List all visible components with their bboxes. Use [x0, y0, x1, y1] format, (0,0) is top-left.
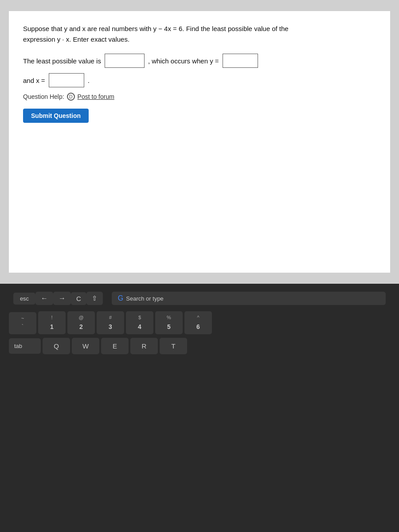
- keyboard-qwerty-row: tab Q W E R T: [4, 338, 395, 354]
- question-help-row: Question Help: D Post to forum: [23, 93, 376, 101]
- key-5-bot: 5: [155, 322, 183, 332]
- keyboard-function-row: esc ← → C ⇧ G Search or type: [4, 292, 395, 305]
- key-r-label: R: [142, 342, 147, 350]
- post-to-forum-link[interactable]: Post to forum: [78, 93, 114, 100]
- key-2-bot: 2: [67, 322, 95, 332]
- key-5[interactable]: % 5: [155, 311, 183, 334]
- key-2[interactable]: @ 2: [67, 311, 95, 334]
- key-refresh[interactable]: C: [71, 292, 86, 305]
- key-esc[interactable]: esc: [13, 293, 35, 305]
- key-2-top: @: [67, 314, 95, 322]
- key-3[interactable]: # 3: [97, 311, 124, 334]
- answer-label-1: The least possible value is: [23, 57, 101, 65]
- key-3-top: #: [97, 314, 124, 322]
- key-t-label: T: [171, 342, 175, 350]
- key-3-bot: 3: [97, 322, 124, 332]
- key-5-top: %: [155, 314, 183, 322]
- key-shift-up[interactable]: ⇧: [86, 292, 103, 305]
- key-t[interactable]: T: [160, 338, 187, 354]
- question-help-label: Question Help:: [23, 93, 64, 100]
- search-placeholder-text: Search or type: [126, 295, 164, 302]
- key-tilde[interactable]: ~ `: [9, 312, 36, 334]
- answer-label-3: and x =: [23, 77, 45, 84]
- submit-question-button[interactable]: Submit Question: [23, 109, 89, 123]
- key-r[interactable]: R: [130, 338, 158, 354]
- key-1-bot: 1: [38, 322, 66, 332]
- key-1-top: !: [38, 314, 66, 322]
- key-1[interactable]: ! 1: [38, 311, 66, 334]
- key-q[interactable]: Q: [43, 338, 70, 354]
- help-icon[interactable]: D: [67, 93, 75, 101]
- key-6[interactable]: ^ 6: [184, 311, 212, 334]
- key-6-top: ^: [184, 314, 212, 322]
- key-4[interactable]: $ 4: [126, 311, 153, 334]
- key-e-label: E: [113, 342, 117, 350]
- question-line1: Suppose that y and x are real numbers wi…: [23, 25, 289, 32]
- key-6-bot: 6: [184, 322, 212, 332]
- answer-row-1: The least possible value is , which occu…: [23, 54, 376, 68]
- answer-row-2: and x = .: [23, 73, 376, 87]
- search-bar[interactable]: G Search or type: [112, 292, 386, 305]
- key-w-label: W: [82, 342, 89, 350]
- key-4-bot: 4: [126, 322, 153, 332]
- keyboard-number-row: ~ ` ! 1 @ 2 # 3 $ 4 % 5 ^ 6: [4, 311, 395, 334]
- key-e[interactable]: E: [101, 338, 129, 354]
- google-logo: G: [118, 294, 123, 302]
- question-text: Suppose that y and x are real numbers wi…: [23, 23, 376, 45]
- key-q-label: Q: [54, 342, 59, 350]
- key-arrow-left[interactable]: ←: [35, 292, 53, 305]
- key-4-top: $: [126, 314, 153, 322]
- key-tab[interactable]: tab: [9, 338, 41, 354]
- key-backtick-bot: `: [9, 322, 36, 332]
- laptop-screen: Suppose that y and x are real numbers wi…: [0, 0, 399, 284]
- keyboard-area: esc ← → C ⇧ G Search or type ~ ` ! 1 @ 2…: [0, 284, 399, 532]
- key-tab-label: tab: [14, 343, 22, 349]
- key-arrow-right[interactable]: →: [53, 292, 71, 305]
- key-tilde-top: ~: [9, 315, 36, 323]
- question-line2: expression y · x. Enter exact values.: [23, 35, 129, 43]
- answer-label-2: , which occurs when y =: [148, 57, 219, 65]
- key-w[interactable]: W: [72, 338, 99, 354]
- question-panel: Suppose that y and x are real numbers wi…: [9, 11, 390, 273]
- answer-label-4: .: [88, 77, 90, 84]
- answer-input-y[interactable]: [223, 54, 258, 68]
- answer-input-value[interactable]: [105, 54, 145, 68]
- answer-input-x[interactable]: [49, 73, 84, 87]
